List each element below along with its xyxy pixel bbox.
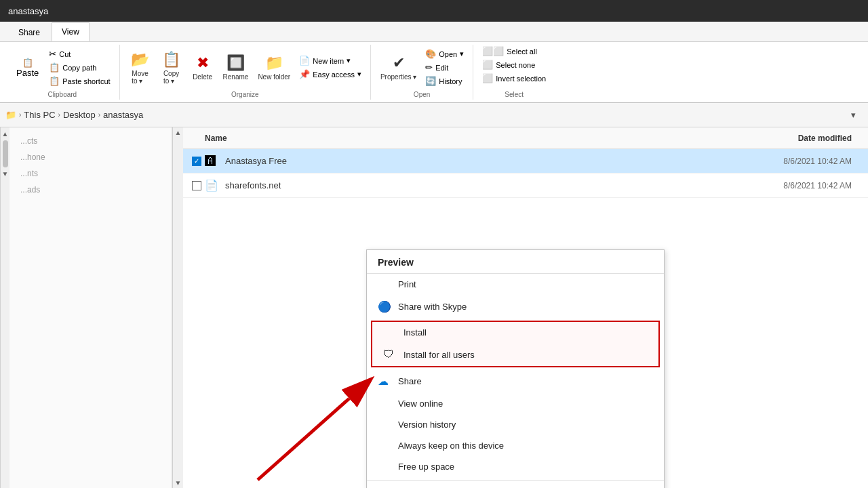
history-icon: 🔄 [425,76,436,86]
open-button[interactable]: 🎨 Open ▾ [422,47,467,60]
ctx-scan[interactable]: 🛡 Scan [367,483,664,488]
window-title: anastasya [8,6,48,16]
ctx-version-history-label: Version history [398,420,456,430]
address-dropdown-button[interactable]: ▾ [844,110,863,120]
copy-path-icon: 📋 [49,62,60,73]
open-stack: 🎨 Open ▾ ✏ Edit 🔄 History [422,47,467,87]
sidebar-item-label-1: ...hone [20,152,45,162]
copy-path-label: Copy path [62,64,96,72]
clipboard-stack: ✂ Cut 📋 Copy path 📋 Paste shortcut [45,47,113,87]
header-date[interactable]: Date modified [741,134,863,143]
sidebar-item-1[interactable]: ...hone [9,149,172,165]
title-bar: anastasya [0,0,868,22]
ribbon-group-organize: 📂 Moveto ▾ 📋 Copyto ▾ ✖ Delete 🔲 Rename … [120,45,371,100]
ctx-install-all-icon: 🛡 [383,348,397,361]
breadcrumb-anastasya[interactable]: anastasya [103,110,143,120]
header-name[interactable]: Name [205,134,741,143]
ctx-install-all[interactable]: 🛡 Install for all users [372,343,658,366]
select-stack: ⬜⬜ Select all ⬜ Select none ⬜ Invert sel… [479,45,549,94]
file-row-0[interactable]: ✓ 🅰 Anastasya Free 8/6/2021 10:42 AM [183,149,868,174]
easy-access-button[interactable]: 📌 Easy access ▾ [296,68,365,81]
edit-label: Edit [435,64,448,72]
invert-selection-button[interactable]: ⬜ Invert selection [479,72,549,85]
select-all-button[interactable]: ⬜⬜ Select all [479,45,549,58]
context-menu-header: Preview [367,250,664,274]
new-item-label: New item [313,57,344,65]
edit-button[interactable]: ✏ Edit [422,61,467,74]
copy-path-button[interactable]: 📋 Copy path [45,61,113,74]
ctx-free-up[interactable]: Free up space [367,456,664,477]
breadcrumb-folder-icon: 📁 [5,110,16,120]
ctx-always-keep[interactable]: Always keep on this device [367,435,664,456]
address-path[interactable]: 📁 › This PC › Desktop › anastasya [5,110,838,120]
file-date-0: 8/6/2021 10:42 AM [741,157,863,166]
rename-label: Rename [223,73,249,81]
paste-shortcut-button[interactable]: 📋 Paste shortcut [45,75,113,87]
edit-icon: ✏ [425,62,433,73]
sidebar-item-3[interactable]: ...ads [9,182,172,198]
file-list-header: Name Date modified [183,127,868,149]
new-item-stack: 📄 New item ▾ 📌 Easy access ▾ [296,54,365,81]
file-row-1[interactable]: 📄 sharefonts.net 8/6/2021 10:42 AM [183,174,868,198]
ctx-install[interactable]: Install [372,322,658,343]
file-scroll-up[interactable]: ▲ [173,127,183,138]
file-scrollbar[interactable]: ▲ ▼ [172,127,183,488]
scroll-thumb[interactable] [3,140,8,167]
select-none-button[interactable]: ⬜ Select none [479,58,549,71]
new-item-icon: 📄 [299,56,310,66]
properties-label: Properties ▾ [380,73,416,81]
sidebar-item-label-3: ...ads [20,185,40,195]
ctx-share[interactable]: ☁ Share [367,369,664,393]
tab-view[interactable]: View [52,22,90,41]
new-folder-icon: 📁 [265,54,283,72]
sidebar-item-label-2: ...nts [20,169,38,178]
move-to-button[interactable]: 📂 Moveto ▾ [125,48,155,87]
rename-button[interactable]: 🔲 Rename [219,52,253,83]
properties-button[interactable]: ✔ Properties ▾ [376,52,420,83]
ctx-view-online[interactable]: View online [367,393,664,414]
delete-button[interactable]: ✖ Delete [188,52,218,83]
file-date-1: 8/6/2021 10:42 AM [741,181,863,190]
copy-to-icon: 📋 [162,51,180,68]
ctx-share-skype-label: Share with Skype [398,302,467,312]
breadcrumb-desktop[interactable]: Desktop [63,110,96,120]
checkbox-0[interactable]: ✓ [192,157,201,166]
move-to-icon: 📂 [131,51,149,68]
file-icon-1: 📄 [205,179,221,192]
ctx-separator [367,480,664,481]
tab-share[interactable]: Share [8,23,50,41]
ctx-view-online-label: View online [398,399,443,409]
sidebar-container: ▲ ▼ ...cts ...hone ...nts ...ads [0,127,172,488]
copy-to-label: Copyto ▾ [163,70,179,85]
history-button[interactable]: 🔄 History [422,75,467,87]
paste-label: Paste [16,68,39,78]
copy-to-button[interactable]: 📋 Copyto ▾ [157,48,186,87]
new-folder-button[interactable]: 📁 New folder [254,52,294,83]
file-check-1[interactable] [189,181,205,190]
paste-button[interactable]: 📋 Paste [11,55,44,81]
cut-button[interactable]: ✂ Cut [45,47,113,60]
sidebar-scrollbar[interactable]: ▲ ▼ [0,127,9,488]
file-check-0[interactable]: ✓ [189,157,205,166]
checkbox-1[interactable] [192,181,201,190]
ctx-skype-icon: 🔵 [378,300,391,313]
ctx-version-history[interactable]: Version history [367,414,664,435]
breadcrumb-sep2: › [98,111,100,119]
ribbon-group-open: ✔ Properties ▾ 🎨 Open ▾ ✏ Edit 🔄 History… [371,45,473,100]
ctx-share-label: Share [398,376,422,386]
ctx-print[interactable]: Print [367,274,664,295]
sidebar-item-0[interactable]: ...cts [9,133,172,149]
scroll-up-arrow[interactable]: ▲ [1,129,10,139]
new-item-button[interactable]: 📄 New item ▾ [296,54,365,67]
ctx-install-all-label: Install for all users [403,350,475,360]
sidebar: ...cts ...hone ...nts ...ads [9,127,172,488]
clipboard-group-label: Clipboard [47,91,77,98]
paste-shortcut-icon: 📋 [49,76,60,86]
scroll-down-arrow[interactable]: ▼ [1,169,10,179]
ctx-share-skype[interactable]: 🔵 Share with Skype [367,295,664,319]
file-scroll-down[interactable]: ▼ [173,478,183,488]
breadcrumb-this-pc[interactable]: This PC [24,110,55,120]
cut-icon: ✂ [49,49,56,59]
sidebar-item-2[interactable]: ...nts [9,165,172,182]
ctx-print-label: Print [398,279,416,289]
